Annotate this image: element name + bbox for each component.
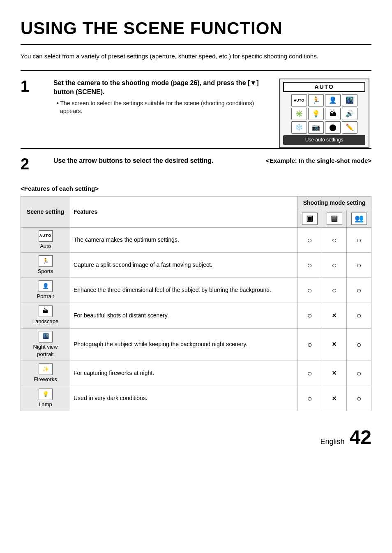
features-cell-0: The camera makes the optimum settings. xyxy=(70,227,297,252)
icon-auto: AUTO xyxy=(291,94,307,106)
use-auto-button[interactable]: Use auto settings xyxy=(283,135,365,145)
scene-icon-4: 🌃 xyxy=(39,331,53,342)
footer-page-number: 42 xyxy=(350,423,371,451)
mode-col1-row6: ○ xyxy=(297,386,322,411)
icon-portrait: 👤 xyxy=(325,94,341,106)
mode-col2-row3: × xyxy=(322,303,347,328)
scene-cell-3: 🏔Landscape xyxy=(21,303,70,328)
page-title: USING THE SCENE FUNCTION xyxy=(21,16,371,41)
scene-label-3: Landscape xyxy=(24,318,67,325)
grid-row-1: AUTO 🏃 👤 🌃 xyxy=(283,94,365,106)
scene-icon-2: 👤 xyxy=(39,280,53,292)
features-cell-2: Enhance the three-dimensional feel of th… xyxy=(70,278,297,303)
table-header-row: Scene setting Features Shooting mode set… xyxy=(21,197,371,210)
features-cell-4: Photograph the subject while keeping the… xyxy=(70,328,297,361)
mode-col3-row0: ○ xyxy=(347,227,371,252)
page-footer: English 42 xyxy=(21,423,371,451)
burst-icon: 👥 xyxy=(351,213,367,225)
mode-col3-row5: ○ xyxy=(347,361,371,386)
scene-cell-0: AUTOAuto xyxy=(21,227,70,252)
multi-shot-icon: ▤ xyxy=(327,213,342,225)
mode-col1-row2: ○ xyxy=(297,278,322,303)
header-features: Features xyxy=(70,197,297,228)
mode-icon-multi: ▤ xyxy=(322,210,347,227)
icon-circle: ⬤ xyxy=(325,121,341,134)
mode-col2-row6: × xyxy=(322,386,347,411)
scene-icon-0: AUTO xyxy=(39,230,53,242)
scene-icon-1: 🏃 xyxy=(39,255,53,267)
features-cell-5: For capturing fireworks at night. xyxy=(70,361,297,386)
scene-icon-6: 💡 xyxy=(39,389,53,400)
mode-col1-row5: ○ xyxy=(297,361,322,386)
scene-cell-1: 🏃Sports xyxy=(21,252,70,278)
single-shot-icon: ▣ xyxy=(302,213,318,225)
header-shooting-mode: Shooting mode setting xyxy=(297,197,371,210)
features-heading: <Features of each setting> xyxy=(21,184,371,193)
table-row: AUTOAutoThe camera makes the optimum set… xyxy=(21,227,371,252)
icon-lamp: 💡 xyxy=(308,108,324,120)
step1-number: 1 xyxy=(21,79,41,94)
mode-col3-row6: ○ xyxy=(347,386,371,411)
scene-label-0: Auto xyxy=(24,243,67,250)
scene-icon-5: ✨ xyxy=(39,363,53,375)
step1-bullet: • The screen to select the settings suit… xyxy=(53,99,265,116)
icon-selfshot: 📷 xyxy=(308,121,324,134)
features-cell-6: Used in very dark conditions. xyxy=(70,386,297,411)
mode-col2-row2: ○ xyxy=(322,278,347,303)
mode-icon-single: ▣ xyxy=(297,210,322,227)
scene-label-1: Sports xyxy=(24,268,67,275)
scene-cell-5: ✨Fireworks xyxy=(21,361,70,386)
table-row: 💡LampUsed in very dark conditions.○×○ xyxy=(21,386,371,411)
step2-content: Use the arrow buttons to select the desi… xyxy=(53,156,254,168)
step2-number: 2 xyxy=(21,156,41,172)
features-table: Scene setting Features Shooting mode set… xyxy=(21,196,371,411)
mode-col3-row1: ○ xyxy=(347,252,371,278)
icon-sports: 🏃 xyxy=(308,94,324,106)
step2-section: 2 Use the arrow buttons to select the de… xyxy=(21,148,371,172)
scene-label-5: Fireworks xyxy=(24,376,67,383)
table-row: 🌃Night viewportraitPhotograph the subjec… xyxy=(21,328,371,361)
mode-icon-burst: 👥 xyxy=(347,210,371,227)
icon-sound: 🔊 xyxy=(342,108,357,120)
mode-col2-row1: ○ xyxy=(322,252,347,278)
scene-label-4: Night viewportrait xyxy=(24,343,67,358)
footer-language: English xyxy=(321,437,345,447)
icon-nightview: 🌃 xyxy=(342,94,357,106)
step1-image: AUTO AUTO 🏃 👤 🌃 ✳️ 💡 🏔 🔊 ❄️ 📷 ⬤ ✏️ Use a… xyxy=(277,79,371,148)
features-section: <Features of each setting> Scene setting… xyxy=(21,184,371,411)
scene-cell-2: 👤Portrait xyxy=(21,278,70,303)
scene-cell-4: 🌃Night viewportrait xyxy=(21,328,70,361)
mode-col3-row4: ○ xyxy=(347,328,371,361)
camera-grid: AUTO AUTO 🏃 👤 🌃 ✳️ 💡 🏔 🔊 ❄️ 📷 ⬤ ✏️ Use a… xyxy=(279,79,369,148)
mode-col2-row5: × xyxy=(322,361,347,386)
scene-cell-6: 💡Lamp xyxy=(21,386,70,411)
step1-content: Set the camera to the shooting mode (pag… xyxy=(53,79,265,116)
step2-title: Use the arrow buttons to select the desi… xyxy=(53,156,254,165)
table-row: ✨FireworksFor capturing fireworks at nig… xyxy=(21,361,371,386)
title-divider xyxy=(21,44,371,45)
step1-title: Set the camera to the shooting mode (pag… xyxy=(53,79,265,97)
mode-col3-row2: ○ xyxy=(347,278,371,303)
example-label: <Example: In the single-shot mode> xyxy=(266,156,371,165)
features-cell-1: Capture a split-second image of a fast-m… xyxy=(70,252,297,278)
header-scene: Scene setting xyxy=(21,197,70,228)
mode-col1-row1: ○ xyxy=(297,252,322,278)
features-cell-3: For beautiful shots of distant scenery. xyxy=(70,303,297,328)
grid-row-2: ✳️ 💡 🏔 🔊 xyxy=(283,108,365,120)
step1-section: 1 Set the camera to the shooting mode (p… xyxy=(21,70,371,148)
table-row: 🏔LandscapeFor beautiful shots of distant… xyxy=(21,303,371,328)
scene-label-6: Lamp xyxy=(24,401,67,408)
mode-col1-row4: ○ xyxy=(297,328,322,361)
grid-row-3: ❄️ 📷 ⬤ ✏️ xyxy=(283,121,365,134)
mode-col3-row3: ○ xyxy=(347,303,371,328)
auto-label: AUTO xyxy=(283,82,365,93)
icon-edit: ✏️ xyxy=(342,121,357,134)
mode-col2-row4: × xyxy=(322,328,347,361)
table-row: 👤PortraitEnhance the three-dimensional f… xyxy=(21,278,371,303)
icon-snow: ❄️ xyxy=(291,121,307,134)
table-row: 🏃SportsCapture a split-second image of a… xyxy=(21,252,371,278)
scene-label-2: Portrait xyxy=(24,293,67,300)
mode-col2-row0: ○ xyxy=(322,227,347,252)
icon-fireworks: ✳️ xyxy=(291,108,307,120)
icon-landscape: 🏔 xyxy=(325,108,341,120)
